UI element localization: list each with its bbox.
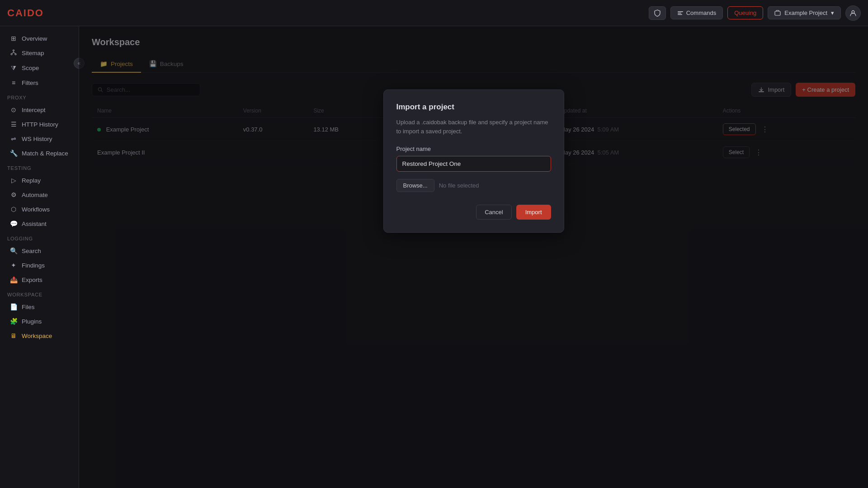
modal-description: Upload a .caidobak backup file and speci… xyxy=(396,118,551,136)
modal-import-button[interactable]: Import xyxy=(516,205,551,220)
workspace-icon: 🖥 xyxy=(10,332,17,339)
workflows-icon: ⬡ xyxy=(10,206,17,213)
ws-history-icon: ⇌ xyxy=(10,135,17,142)
sidebar-item-match-replace[interactable]: 🔧 Match & Replace xyxy=(3,146,76,160)
sidebar-item-search[interactable]: 🔍 Search xyxy=(3,244,76,258)
sidebar-item-files[interactable]: 📄 Files xyxy=(3,300,76,314)
logging-section-label: Logging xyxy=(0,231,79,243)
project-name-label: Project name xyxy=(396,145,551,152)
modal-overlay: Import a project Upload a .caidobak back… xyxy=(79,26,868,488)
sitemap-icon xyxy=(10,49,17,57)
sidebar-item-workflows[interactable]: ⬡ Workflows xyxy=(3,202,76,216)
file-status-label: No file selected xyxy=(439,182,479,189)
import-project-modal: Import a project Upload a .caidobak back… xyxy=(383,89,564,233)
sidebar-item-http-history[interactable]: ☰ HTTP History xyxy=(3,117,76,131)
file-upload-row: Browse... No file selected xyxy=(396,179,551,192)
workspace-section-label: Workspace xyxy=(0,287,79,299)
sidebar-item-automate[interactable]: ⚙ Automate xyxy=(3,188,76,202)
cancel-button[interactable]: Cancel xyxy=(476,205,511,220)
queuing-button[interactable]: Queuing xyxy=(727,6,763,19)
sidebar-item-filters[interactable]: ≡ Filters xyxy=(3,76,76,89)
sidebar: « ⊞ Overview Sitemap ⧩ Scope ≡ Filters P… xyxy=(0,26,79,488)
sidebar-item-findings[interactable]: ✦ Findings xyxy=(3,258,76,272)
chevron-down-icon: ▾ xyxy=(831,9,834,16)
sidebar-item-overview[interactable]: ⊞ Overview xyxy=(3,32,76,45)
svg-rect-0 xyxy=(678,11,683,12)
replay-icon: ▷ xyxy=(10,177,17,184)
intercept-icon: ⊙ xyxy=(10,106,17,113)
sidebar-item-replay[interactable]: ▷ Replay xyxy=(3,174,76,187)
automate-icon: ⚙ xyxy=(10,191,17,198)
scope-icon: ⧩ xyxy=(10,64,17,72)
project-name-input[interactable] xyxy=(396,156,551,172)
main-content: Workspace 📁 Projects 💾 Backups Import xyxy=(79,26,868,488)
layout: « ⊞ Overview Sitemap ⧩ Scope ≡ Filters P… xyxy=(0,26,868,488)
browse-button[interactable]: Browse... xyxy=(396,179,434,192)
svg-point-7 xyxy=(15,54,16,55)
shield-icon-button[interactable] xyxy=(649,6,666,20)
modal-actions: Cancel Import xyxy=(396,205,551,220)
assistant-icon: 💬 xyxy=(10,220,17,227)
proxy-section-label: Proxy xyxy=(0,90,79,102)
svg-point-5 xyxy=(13,50,14,51)
project-selector[interactable]: Example Project ▾ xyxy=(768,6,841,19)
header-right: Commands Queuing Example Project ▾ xyxy=(649,5,861,21)
logo: CAIDO xyxy=(7,7,44,19)
avatar-button[interactable] xyxy=(845,5,861,21)
sidebar-item-ws-history[interactable]: ⇌ WS History xyxy=(3,132,76,145)
svg-point-6 xyxy=(11,54,12,55)
svg-rect-1 xyxy=(678,13,681,14)
sidebar-item-assistant[interactable]: 💬 Assistant xyxy=(3,217,76,230)
plugins-icon: 🧩 xyxy=(10,318,17,325)
exports-icon: 📤 xyxy=(10,276,17,283)
filters-icon: ≡ xyxy=(10,79,17,86)
http-history-icon: ☰ xyxy=(10,121,17,128)
files-icon: 📄 xyxy=(10,303,17,310)
modal-title: Import a project xyxy=(396,103,551,112)
search-icon: 🔍 xyxy=(10,247,17,254)
sidebar-item-plugins[interactable]: 🧩 Plugins xyxy=(3,314,76,328)
svg-rect-2 xyxy=(678,14,682,15)
header: CAIDO Commands Queuing Example Project ▾ xyxy=(0,0,868,26)
findings-icon: ✦ xyxy=(10,262,17,269)
match-replace-icon: 🔧 xyxy=(10,150,17,157)
testing-section-label: Testing xyxy=(0,161,79,173)
sidebar-item-scope[interactable]: ⧩ Scope xyxy=(3,61,76,75)
sidebar-item-workspace[interactable]: 🖥 Workspace xyxy=(3,329,76,343)
sidebar-item-exports[interactable]: 📤 Exports xyxy=(3,273,76,286)
overview-icon: ⊞ xyxy=(10,35,17,42)
svg-rect-3 xyxy=(775,11,780,15)
sidebar-item-sitemap[interactable]: Sitemap xyxy=(3,46,76,60)
sidebar-item-intercept[interactable]: ⊙ Intercept xyxy=(3,103,76,117)
commands-button[interactable]: Commands xyxy=(670,6,723,19)
